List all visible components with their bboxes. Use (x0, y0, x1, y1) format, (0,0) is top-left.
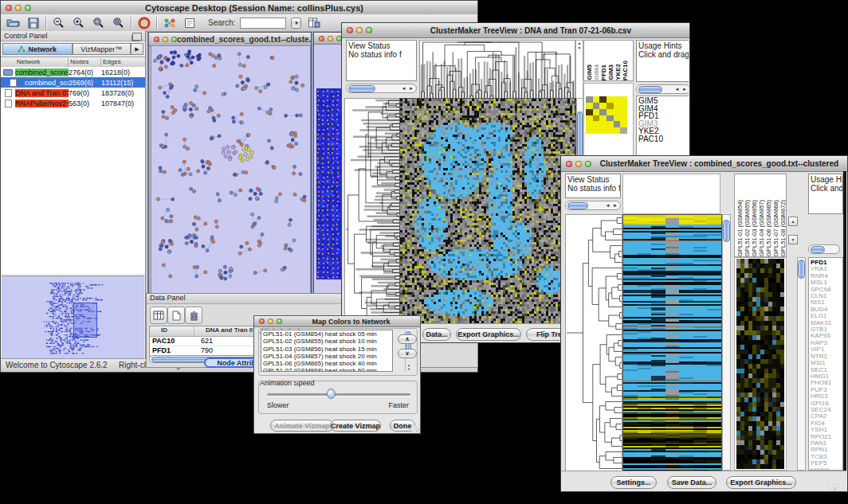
vizmap-icon[interactable] (162, 16, 177, 29)
new-attribute-icon[interactable] (167, 307, 185, 324)
attribute-item[interactable]: GPL51-04 (GSM857) heat shock 20 min (261, 353, 392, 360)
save-icon[interactable] (26, 16, 41, 29)
scroll-down-icon[interactable]: ▼ (788, 235, 798, 244)
close-icon[interactable] (566, 161, 572, 167)
attribute-item[interactable]: GPL51-03 (GSM856) heat shock 15 min (261, 346, 392, 353)
close-icon[interactable] (319, 36, 324, 41)
minimize-icon[interactable] (356, 27, 363, 33)
minimize-icon[interactable] (575, 161, 582, 167)
nw1-titlebar[interactable]: combined_scores_good.txt--cluste... (149, 33, 311, 46)
dialog-titlebar[interactable]: Map Colors to Network (254, 316, 420, 327)
hscroll-thumb[interactable] (348, 85, 375, 92)
animation-slider-thumb[interactable] (327, 389, 336, 399)
tv2-left-dendrogram[interactable] (565, 214, 622, 472)
animate-vizmap-button[interactable]: Animate Vizmap (270, 420, 334, 432)
resize-grip[interactable] (829, 484, 837, 490)
vscroll-thumb[interactable] (723, 220, 730, 242)
tv2-zoom-heatmap[interactable] (736, 259, 784, 469)
search-dropdown-icon[interactable]: ▼ (291, 18, 301, 29)
gene-label[interactable]: PAC10 (638, 135, 689, 143)
zoom-window-icon[interactable] (277, 318, 282, 324)
hscroll-thumb[interactable] (567, 202, 588, 209)
tv1-status-hscrollbar[interactable]: ◄ ► (346, 84, 417, 93)
annotation-icon[interactable] (182, 16, 197, 29)
tab-network[interactable]: Network (2, 43, 73, 55)
animation-slider-track[interactable] (267, 393, 410, 396)
scroll-arrows-icon[interactable]: ◄ ► (674, 87, 688, 92)
settings-button[interactable]: Settings... (610, 476, 657, 489)
network-overview-canvas[interactable] (2, 276, 143, 360)
delete-attribute-icon[interactable] (185, 307, 202, 324)
tv1-scroll-arrows[interactable]: ▲▼ (575, 40, 583, 99)
attribute-item[interactable]: GPL51-07 (GSM868) heat shock 60 min (261, 367, 392, 372)
close-icon[interactable] (6, 5, 12, 11)
tv1-titlebar[interactable]: ClusterMaker TreeView : DNA and Tran 07-… (342, 23, 689, 38)
minimize-icon[interactable] (328, 36, 333, 41)
open-icon[interactable] (6, 16, 21, 29)
resize-grip[interactable] (412, 425, 419, 432)
tv2-titlebar[interactable]: ClusterMaker TreeView : combined_scores_… (561, 156, 847, 172)
hscroll-thumb[interactable] (638, 86, 662, 93)
close-icon[interactable] (347, 27, 353, 33)
network-list-row[interactable]: DNA and Tran 07 769(0) 183728(0) (1, 88, 145, 98)
move-down-button[interactable]: ∨ (398, 349, 417, 358)
save-data-button[interactable]: Data... (422, 328, 451, 341)
help-lifesaver-icon[interactable] (136, 16, 151, 29)
zoom-window-icon[interactable] (171, 37, 177, 42)
minimize-icon[interactable] (268, 318, 273, 324)
tv2-right-vscrollbar[interactable] (797, 257, 806, 471)
attribute-item[interactable]: GPL51-06 (GSM865) heat shock 40 min (261, 360, 392, 367)
tv2-heatmap[interactable] (622, 214, 722, 472)
scroll-arrows-icon[interactable]: ◄ ► (605, 203, 618, 208)
hscroll-thumb[interactable] (811, 246, 825, 253)
save-data-button[interactable]: Save Data... (667, 476, 716, 489)
tv1-hints-hscrollbar[interactable]: ◄ ► (636, 84, 689, 94)
attribute-item[interactable]: GPL51-02 (GSM855) heat shock 10 min (261, 338, 392, 345)
export-graphics-button[interactable]: Export Graphics... (456, 328, 521, 341)
network-list-row[interactable]: RNAPuberNov2+ 563(0) 107847(0) (1, 98, 145, 108)
tv1-mini-heatmap[interactable] (586, 96, 627, 134)
attribute-item[interactable]: GPL51-01 (GSM854) heat shock 05 min (261, 330, 392, 338)
zoom-selected-icon[interactable] (111, 16, 126, 29)
zoom-window-icon[interactable] (585, 161, 591, 167)
vscroll-thumb[interactable] (798, 260, 805, 279)
tab-vizmapper[interactable]: VizMapper™ (73, 43, 132, 55)
move-up-button[interactable]: ∧ (398, 334, 417, 344)
tv2-gene-list[interactable]: PFD1YRA1RNR4MSL1SPC98CLN1NIS1BUD4ELG1MAK… (808, 257, 843, 471)
zoom-in-icon[interactable] (71, 16, 86, 29)
select-attributes-icon[interactable] (150, 307, 167, 324)
zoom-window-icon[interactable] (25, 5, 31, 11)
float-panel-icon[interactable] (132, 33, 142, 41)
attribute-browser-icon[interactable] (306, 16, 321, 29)
tv1-left-dendrogram[interactable] (344, 98, 400, 325)
network-list-row[interactable]: combined_sco 2569(6) 13112(15) (1, 77, 145, 88)
attribute-list[interactable]: GPL51-01 (GSM854) heat shock 05 minGPL51… (261, 330, 393, 372)
tab-more-button[interactable]: ▶ (131, 43, 143, 55)
close-icon[interactable] (154, 37, 159, 42)
overview-viewport-rect[interactable] (73, 303, 97, 338)
dense-network-canvas[interactable] (316, 88, 344, 279)
minimize-icon[interactable] (163, 37, 168, 42)
tv2-hints-hscrollbar[interactable] (808, 244, 840, 254)
export-graphics-button[interactable]: Export Graphics... (726, 476, 796, 489)
minimize-icon[interactable] (15, 5, 22, 11)
zoom-window-icon[interactable] (366, 27, 372, 33)
tv2-vscrollbar[interactable] (722, 214, 731, 471)
tv1-heatmap[interactable] (399, 98, 576, 325)
main-titlebar[interactable]: Cytoscape Desktop (Session Name: collins… (1, 1, 477, 15)
nw2-titlebar[interactable] (314, 33, 344, 45)
network-overview-panel[interactable] (2, 275, 144, 361)
scroll-up-icon[interactable]: ▲ (788, 217, 798, 226)
scroll-arrows-icon[interactable]: ▲▼ (406, 363, 412, 371)
network-canvas[interactable] (151, 46, 310, 295)
scroll-arrows-icon[interactable]: ◄ ► (401, 86, 414, 91)
zoom-fit-icon[interactable] (91, 16, 106, 29)
tv1-top-dendrogram[interactable] (419, 40, 575, 99)
network-list-row[interactable]: combined_scores 2764(0) 16218(0) (1, 67, 145, 77)
search-input[interactable] (240, 18, 286, 29)
close-icon[interactable] (259, 318, 265, 324)
tv2-status-hscrollbar[interactable]: ◄ ► (565, 201, 621, 210)
zoom-out-icon[interactable] (51, 16, 66, 29)
create-vizmap-button[interactable]: Create Vizmap (330, 420, 381, 432)
network-view[interactable] (151, 45, 311, 295)
